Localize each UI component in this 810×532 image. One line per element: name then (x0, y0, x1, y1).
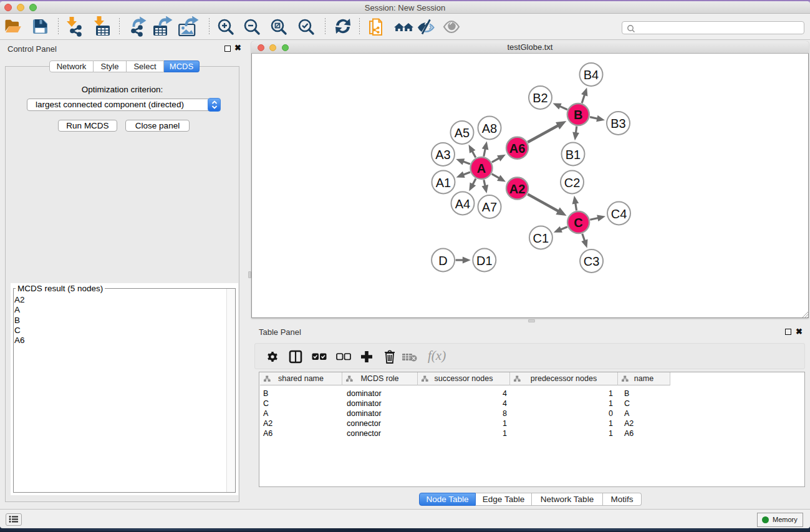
svg-text:A4: A4 (455, 197, 470, 211)
svg-text:C3: C3 (584, 254, 600, 268)
svg-text:A: A (477, 162, 486, 175)
svg-text:D1: D1 (476, 254, 493, 268)
svg-text:B4: B4 (584, 68, 599, 82)
svg-text:C4: C4 (611, 207, 627, 221)
svg-text:B2: B2 (533, 91, 547, 105)
svg-text:C: C (574, 216, 582, 230)
svg-text:A2: A2 (509, 182, 526, 196)
svg-text:C1: C1 (533, 231, 549, 245)
svg-text:B1: B1 (566, 148, 581, 162)
svg-text:A5: A5 (455, 126, 470, 140)
svg-text:A8: A8 (482, 122, 497, 135)
svg-text:A7: A7 (482, 200, 497, 214)
svg-text:A3: A3 (435, 148, 450, 162)
svg-text:A1: A1 (436, 176, 451, 190)
svg-text:B3: B3 (610, 117, 625, 130)
svg-text:D: D (438, 254, 447, 268)
svg-text:C2: C2 (564, 176, 581, 190)
svg-text:B: B (574, 108, 582, 122)
svg-text:A6: A6 (509, 142, 526, 155)
